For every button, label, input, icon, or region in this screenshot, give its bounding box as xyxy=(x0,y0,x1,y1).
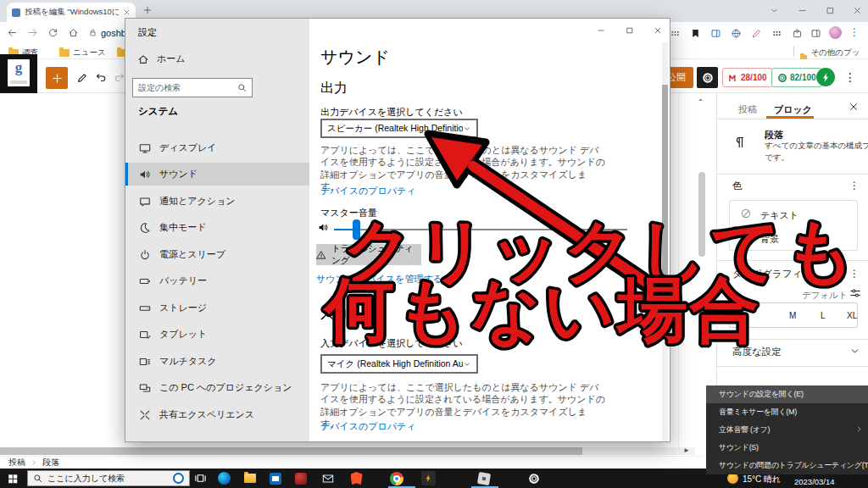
profile-avatar[interactable] xyxy=(829,26,842,39)
background-color-row[interactable]: 背景 xyxy=(760,233,779,246)
back-icon[interactable] xyxy=(7,27,18,38)
new-tab-button[interactable] xyxy=(142,5,153,15)
output-device-select[interactable]: スピーカー (Realtek High Definition Au... xyxy=(320,119,478,138)
menu-item-open-sound-settings[interactable]: サウンドの設定を開く(E) xyxy=(706,385,868,403)
tab-block[interactable]: ブロック xyxy=(774,103,812,116)
sidebar-item-focus[interactable]: 集中モード xyxy=(125,216,309,239)
readability-score-badge[interactable]: 82/100 xyxy=(771,68,822,87)
site-logo[interactable]: g xyxy=(0,54,37,93)
bookmark-folder[interactable]: ニュース xyxy=(59,47,106,58)
size-settings-icon[interactable] xyxy=(849,287,861,299)
seo-score-badge[interactable]: 28/100 xyxy=(722,68,773,87)
menu-item-open-volume-mixer[interactable]: 音量ミキサーを開く(M) xyxy=(706,403,868,421)
extension-app-badge-icon[interactable] xyxy=(709,26,723,41)
edge-icon[interactable] xyxy=(217,471,231,485)
boost-icon[interactable] xyxy=(816,68,835,86)
extension-globe-icon[interactable] xyxy=(729,26,743,41)
task-view-icon[interactable] xyxy=(193,471,208,485)
settings-gear-icon[interactable] xyxy=(526,471,541,485)
store-icon[interactable] xyxy=(268,471,282,485)
clock-date[interactable]: 2023/03/14 xyxy=(794,477,835,486)
tab-search-icon[interactable] xyxy=(770,6,779,15)
text-color-row[interactable]: テキスト xyxy=(760,209,798,222)
paragraph-icon xyxy=(732,136,746,149)
sidebar-item-projection[interactable]: この PC へのプロジェクション xyxy=(125,376,309,399)
input-device-select[interactable]: マイク (Realtek High Definition Audio) xyxy=(320,354,478,374)
tab-post[interactable]: 投稿 xyxy=(738,103,757,116)
sidebar-item-sound[interactable]: サウンド xyxy=(125,163,309,186)
size-option-l[interactable]: L xyxy=(821,311,826,320)
extension-bookmark-icon[interactable] xyxy=(688,26,703,41)
settings-scrollbar[interactable] xyxy=(662,42,668,441)
edit-tool-icon[interactable] xyxy=(76,72,88,84)
settings-maximize-button[interactable] xyxy=(616,19,643,42)
browser-close-button[interactable] xyxy=(853,6,862,15)
horizontal-scrollbar-thumb[interactable] xyxy=(0,447,582,455)
troubleshoot-button[interactable]: トラブルシューティング xyxy=(316,244,421,265)
script-app-icon[interactable] xyxy=(421,471,436,485)
advanced-settings-row[interactable]: 高度な設定 xyxy=(732,346,782,358)
chrome-icon[interactable] xyxy=(389,471,403,485)
breadcrumb-post[interactable]: 投稿 xyxy=(8,457,25,469)
red-app-icon[interactable] xyxy=(293,471,308,485)
breadcrumb-block[interactable]: 段落 xyxy=(42,457,59,469)
weather-text[interactable]: 15°C 晴れ xyxy=(743,474,781,485)
input-device-properties-link[interactable]: デバイスのプロパティ xyxy=(320,420,416,433)
brave-icon[interactable] xyxy=(349,471,364,485)
file-explorer-icon[interactable] xyxy=(242,471,257,485)
taskbar-search-input[interactable]: ここに入力して検索 xyxy=(27,470,190,486)
editor-settings-button[interactable] xyxy=(697,67,718,88)
taskbar-search-placeholder: ここに入力して検索 xyxy=(47,473,168,485)
sidebar-item-notifications[interactable]: 通知とアクション xyxy=(125,190,309,213)
side-panel-icon[interactable] xyxy=(809,26,823,41)
volume-icon[interactable] xyxy=(318,222,329,233)
size-default-value[interactable]: デフォルト xyxy=(802,290,848,302)
volume-slider-handle[interactable] xyxy=(353,219,360,240)
extension-checker-icon[interactable] xyxy=(770,26,784,41)
vertical-scrollbar-thumb[interactable] xyxy=(698,172,705,257)
redo-icon[interactable] xyxy=(114,72,125,84)
undo-icon[interactable] xyxy=(95,72,107,84)
extension-note-icon[interactable] xyxy=(749,26,764,41)
browser-tab[interactable]: 投稿を編集 "Windows10にBluetoo xyxy=(7,3,136,22)
forward-icon[interactable] xyxy=(27,27,38,38)
reload-icon[interactable] xyxy=(47,27,58,38)
size-option-m[interactable]: M xyxy=(789,311,796,320)
browser-minimize-button[interactable] xyxy=(798,6,807,15)
settings-search-input[interactable]: 設定の検索 xyxy=(132,78,253,97)
volume-slider-track[interactable] xyxy=(334,229,627,230)
tab-close-icon[interactable] xyxy=(123,8,131,16)
browser-maximize-button[interactable] xyxy=(826,6,835,15)
roblox-icon[interactable] xyxy=(476,471,491,485)
scroll-right-icon[interactable]: ► xyxy=(683,446,690,454)
home-icon[interactable] xyxy=(68,27,79,38)
menu-item-spatial-sound[interactable]: 立体音響 (オフ) xyxy=(706,421,868,439)
start-button[interactable] xyxy=(5,471,19,485)
manage-sound-devices-link[interactable]: サウンド デバイスを管理する xyxy=(316,273,442,286)
sidebar-item-power[interactable]: 電源とスリープ xyxy=(125,243,309,266)
sidebar-close-icon[interactable] xyxy=(849,102,859,112)
scroll-up-icon[interactable] xyxy=(696,95,705,104)
sidebar-item-display[interactable]: ディスプレイ xyxy=(125,136,309,159)
sidebar-item-tablet[interactable]: タブレット xyxy=(125,323,309,346)
sidebar-item-battery[interactable]: バッテリー xyxy=(125,269,309,292)
settings-minimize-button[interactable] xyxy=(587,19,615,42)
sidebar-item-shared[interactable]: 共有エクスペリエンス xyxy=(125,403,309,426)
horizontal-scrollbar[interactable]: ► xyxy=(0,447,695,455)
color-options-icon[interactable]: ⋮ xyxy=(849,180,860,191)
typography-options-icon[interactable]: ⋮ xyxy=(849,268,860,280)
browser-menu-icon[interactable]: ⋮ xyxy=(849,26,860,38)
sidebar-item-storage[interactable]: ストレージ xyxy=(125,297,309,319)
settings-close-button[interactable] xyxy=(644,19,671,42)
settings-home-item[interactable]: ホーム xyxy=(137,53,186,65)
add-block-button[interactable] xyxy=(46,67,68,89)
size-option-xl[interactable]: XL xyxy=(847,311,857,320)
menu-item-sounds[interactable]: サウンド(S) xyxy=(706,439,868,457)
menu-item-troubleshoot-sound[interactable]: サウンドの問題のトラブルシューティング(T) xyxy=(706,457,868,474)
settings-scrollbar-thumb[interactable] xyxy=(662,85,668,301)
extensions-puzzle-icon[interactable] xyxy=(790,26,804,41)
editor-options-icon[interactable]: ⋮ xyxy=(844,70,856,84)
sidebar-item-multitask[interactable]: マルチタスク xyxy=(125,350,309,373)
output-device-properties-link[interactable]: デバイスのプロパティ xyxy=(320,185,416,197)
mail-icon[interactable] xyxy=(320,471,335,485)
